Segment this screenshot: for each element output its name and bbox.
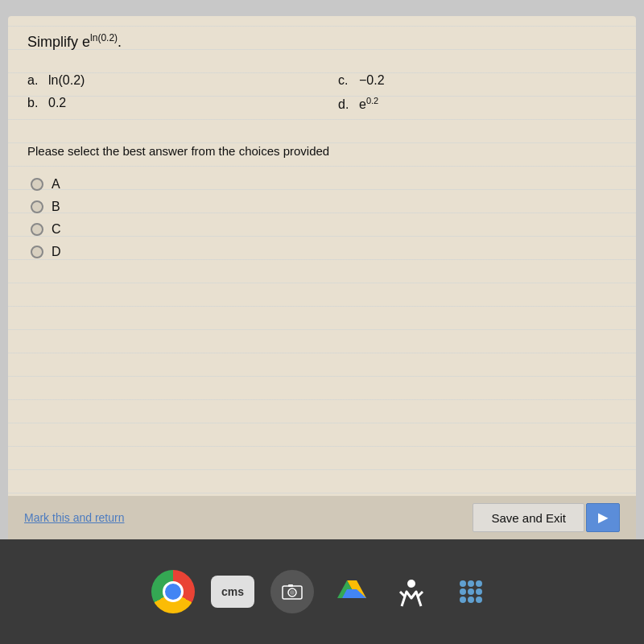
- svg-point-7: [407, 580, 415, 588]
- radio-label-a: A: [52, 177, 60, 192]
- quiz-container: Simplify eln(0.2). a. ln(0.2) c. −0.2 b.…: [8, 16, 636, 539]
- svg-point-18: [476, 597, 482, 603]
- cms-icon[interactable]: cms: [211, 576, 254, 608]
- prompt-suffix: .: [118, 34, 122, 50]
- svg-point-10: [460, 580, 466, 587]
- question-title: Simplify eln(0.2).: [27, 32, 617, 51]
- prompt-text: Simplify: [27, 34, 78, 50]
- next-button[interactable]: ▶: [586, 503, 620, 532]
- camera-svg: [281, 580, 303, 603]
- prompt-base: eln(0.2): [82, 34, 118, 50]
- taskbar: cms: [0, 539, 644, 644]
- svg-point-13: [460, 588, 466, 595]
- choices-grid: a. ln(0.2) c. −0.2 b. 0.2 d. e0.2: [27, 73, 617, 112]
- dots-svg: [456, 577, 485, 606]
- radio-circle-c[interactable]: [31, 223, 43, 236]
- svg-point-12: [476, 580, 482, 587]
- figure-svg: [395, 576, 427, 608]
- drive-svg: [336, 576, 368, 608]
- choice-b-value: 0.2: [48, 96, 66, 110]
- choice-a: a. ln(0.2): [27, 73, 306, 88]
- radio-option-b[interactable]: B: [31, 200, 617, 214]
- svg-rect-3: [288, 584, 293, 587]
- svg-point-11: [468, 580, 474, 587]
- instruction-text: Please select the best answer from the c…: [27, 144, 617, 158]
- choice-d-value: e0.2: [359, 96, 378, 112]
- choice-d-superscript: 0.2: [366, 96, 378, 105]
- bottom-bar: Mark this and return Save and Exit ▶: [8, 496, 636, 539]
- choice-d-label: d.: [338, 97, 353, 112]
- choice-d: d. e0.2: [338, 96, 617, 112]
- radio-label-c: C: [52, 222, 61, 237]
- svg-line-9: [418, 592, 423, 597]
- svg-point-14: [468, 588, 474, 595]
- radio-options: A B C D: [31, 177, 617, 259]
- cms-label: cms: [221, 585, 244, 598]
- choice-a-value: ln(0.2): [48, 73, 85, 88]
- choice-b: b. 0.2: [27, 96, 306, 112]
- radio-option-d[interactable]: D: [31, 245, 617, 259]
- svg-point-16: [460, 597, 466, 603]
- figure-icon[interactable]: [390, 570, 433, 613]
- svg-point-17: [468, 597, 474, 603]
- mark-return-link[interactable]: Mark this and return: [24, 511, 125, 524]
- svg-line-8: [400, 592, 405, 597]
- radio-label-d: D: [52, 245, 61, 259]
- bottom-buttons: Save and Exit ▶: [473, 503, 620, 532]
- prompt-exponent: ln(0.2): [90, 32, 118, 43]
- svg-point-15: [476, 588, 482, 595]
- choice-b-label: b.: [27, 96, 42, 110]
- radio-option-c[interactable]: C: [31, 222, 617, 237]
- drive-icon[interactable]: [330, 570, 374, 613]
- choice-a-label: a.: [27, 73, 42, 88]
- choice-c-value: −0.2: [359, 73, 385, 88]
- svg-point-2: [290, 590, 295, 595]
- radio-label-b: B: [52, 200, 60, 214]
- radio-option-a[interactable]: A: [31, 177, 617, 192]
- chrome-icon[interactable]: [151, 570, 195, 613]
- radio-circle-d[interactable]: [31, 246, 43, 258]
- choice-c-label: c.: [338, 73, 353, 88]
- dots-icon[interactable]: [449, 570, 493, 613]
- radio-circle-b[interactable]: [31, 200, 43, 213]
- camera-icon[interactable]: [270, 570, 314, 613]
- save-exit-button[interactable]: Save and Exit: [473, 503, 584, 532]
- choice-c: c. −0.2: [338, 73, 617, 88]
- radio-circle-a[interactable]: [31, 178, 43, 191]
